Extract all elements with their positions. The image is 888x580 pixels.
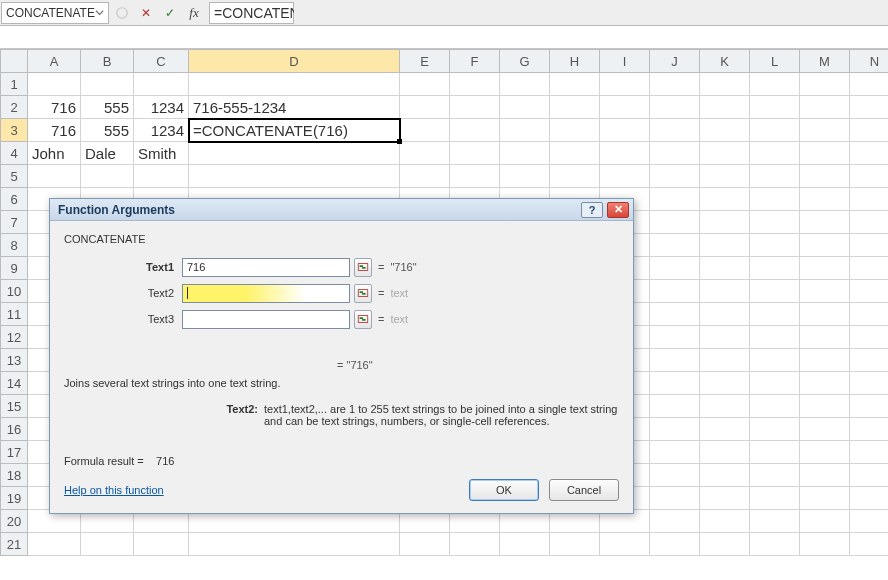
cell[interactable] [450,119,500,142]
cell[interactable] [650,142,700,165]
cell[interactable] [650,349,700,372]
cell[interactable] [750,464,800,487]
row-header[interactable]: 10 [1,280,28,303]
cell[interactable] [750,349,800,372]
cell[interactable] [750,165,800,188]
cell[interactable] [800,326,850,349]
col-header[interactable]: N [850,50,889,73]
cell[interactable]: 555 [81,119,134,142]
cell[interactable] [800,234,850,257]
col-header[interactable]: K [700,50,750,73]
cell[interactable] [28,73,81,96]
cell[interactable] [650,211,700,234]
cell[interactable] [650,96,700,119]
cell[interactable] [550,165,600,188]
col-header[interactable]: D [189,50,400,73]
cell[interactable] [550,119,600,142]
name-box[interactable]: CONCATENATE [1,2,109,24]
cell[interactable]: 555 [81,96,134,119]
cell[interactable] [550,142,600,165]
cell[interactable] [850,372,889,395]
cell[interactable] [850,441,889,464]
cell[interactable] [750,418,800,441]
cell[interactable] [550,533,600,556]
cell[interactable] [750,280,800,303]
cell[interactable]: Smith [134,142,189,165]
cell[interactable] [700,418,750,441]
cell[interactable]: Dale [81,142,134,165]
cell[interactable] [700,188,750,211]
cell[interactable] [134,73,189,96]
cell[interactable] [189,73,400,96]
cell[interactable] [700,165,750,188]
cell[interactable] [700,73,750,96]
cell[interactable] [700,326,750,349]
cell[interactable] [650,326,700,349]
cell[interactable] [700,96,750,119]
cell[interactable] [189,142,400,165]
cell[interactable] [700,303,750,326]
cell[interactable] [850,510,889,533]
argument-input[interactable] [182,310,350,329]
cell[interactable] [134,533,189,556]
fx-icon[interactable]: fx [185,4,203,22]
cell[interactable] [500,119,550,142]
col-header[interactable]: J [650,50,700,73]
cell[interactable] [550,96,600,119]
cell[interactable] [650,533,700,556]
row-header[interactable]: 6 [1,188,28,211]
close-icon[interactable]: ✕ [607,202,629,218]
select-all-corner[interactable] [1,50,28,73]
collapse-dialog-icon[interactable] [354,258,372,277]
cell[interactable] [800,418,850,441]
col-header[interactable]: E [400,50,450,73]
cell[interactable] [700,487,750,510]
cell[interactable] [650,303,700,326]
cell[interactable] [400,533,450,556]
cell[interactable] [700,280,750,303]
cell[interactable] [28,165,81,188]
argument-input[interactable]: 716 [182,258,350,277]
cell[interactable] [700,349,750,372]
formula-input[interactable]: =CONCATENATE(716) [209,2,294,24]
row-header[interactable]: 18 [1,464,28,487]
col-header[interactable]: A [28,50,81,73]
cell[interactable] [650,487,700,510]
cell[interactable] [750,119,800,142]
cell[interactable] [650,510,700,533]
cell[interactable] [450,96,500,119]
cell[interactable] [800,464,850,487]
cell[interactable] [850,165,889,188]
cell[interactable]: 1234 [134,96,189,119]
row-header[interactable]: 16 [1,418,28,441]
cell[interactable] [800,349,850,372]
cell[interactable] [500,73,550,96]
cell[interactable] [850,487,889,510]
cell[interactable] [650,441,700,464]
cell[interactable] [800,395,850,418]
cell[interactable] [750,257,800,280]
cell[interactable]: John [28,142,81,165]
cell[interactable] [400,119,450,142]
row-header[interactable]: 5 [1,165,28,188]
cell[interactable] [850,349,889,372]
cell[interactable] [700,211,750,234]
cell[interactable] [600,142,650,165]
cell[interactable] [850,119,889,142]
col-header[interactable]: I [600,50,650,73]
cancel-formula-icon[interactable]: ✕ [137,4,155,22]
cell[interactable] [550,73,600,96]
collapse-dialog-icon[interactable] [354,284,372,303]
cell[interactable] [850,211,889,234]
cell[interactable] [800,73,850,96]
cell[interactable] [650,280,700,303]
help-link[interactable]: Help on this function [64,484,164,496]
cell[interactable] [800,533,850,556]
cell[interactable] [750,96,800,119]
cell[interactable] [800,188,850,211]
cell[interactable] [650,257,700,280]
ok-button[interactable]: OK [469,479,539,501]
cell[interactable] [700,441,750,464]
cell[interactable] [600,96,650,119]
cell[interactable] [750,303,800,326]
